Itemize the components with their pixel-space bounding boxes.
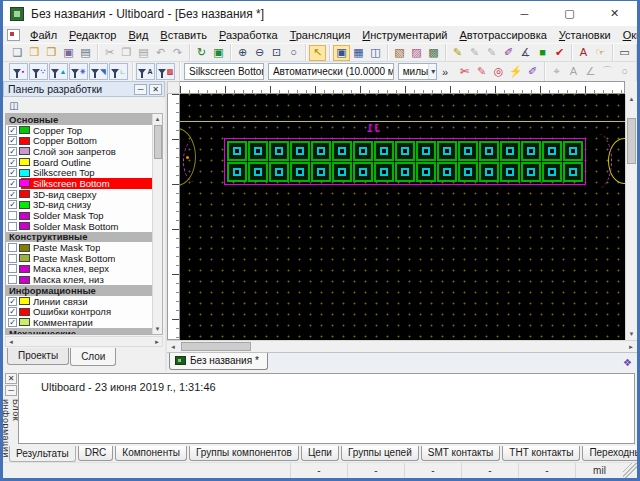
panel-minimize-button[interactable]: ─ xyxy=(134,84,147,95)
layer-row[interactable]: ✓Board Outline xyxy=(6,157,152,168)
layer-row[interactable]: ✓3D-вид снизу xyxy=(6,200,152,211)
menu-item-4[interactable]: Разработка xyxy=(213,28,284,42)
scroll-left-icon[interactable]: ◄ xyxy=(6,339,16,345)
layer-row[interactable]: ✓Ошибки контроля xyxy=(6,306,152,317)
layer-visibility-checkbox[interactable]: ✓ xyxy=(8,297,17,306)
redraw-icon[interactable]: ↻ xyxy=(193,45,210,61)
layer-visibility-checkbox[interactable]: ✓ xyxy=(8,307,17,316)
filter-parts-icon[interactable]: ▲ xyxy=(49,63,68,80)
layer-list-scrollbar[interactable]: ▲ ▼ xyxy=(152,114,162,334)
layer-row[interactable]: ✓Silkscreen Top xyxy=(6,167,152,178)
find-net-icon[interactable]: ◎ xyxy=(490,64,507,80)
highlight-net-icon[interactable]: ✎ xyxy=(473,64,490,80)
filter-layers-icon[interactable]: ▨ xyxy=(156,63,175,80)
layer-row[interactable]: ✓Solder Mask Top xyxy=(6,210,152,221)
scrollbar-thumb[interactable] xyxy=(627,118,636,164)
scrollbar-track[interactable] xyxy=(179,341,625,352)
results-tab-2[interactable]: Компоненты xyxy=(115,446,187,461)
layer-row[interactable]: ✓Silkscreen Bottom xyxy=(6,178,152,189)
layer-row[interactable]: ✓Solder Mask Bottom xyxy=(6,221,152,232)
layer-visibility-checkbox[interactable]: ✓ xyxy=(8,222,17,231)
menu-item-9[interactable]: Окно xyxy=(617,28,640,42)
toolbar-overflow-chevron[interactable]: » xyxy=(437,66,453,78)
layer-visibility-checkbox[interactable]: ✓ xyxy=(8,264,17,273)
layer-list-hscrollbar[interactable]: ◄ ► xyxy=(5,336,163,347)
results-tab-6[interactable]: SMT контакты xyxy=(421,446,501,461)
dimension-icon[interactable]: ∡ xyxy=(517,45,534,61)
filter-traces-icon[interactable]: ◥ xyxy=(89,63,108,80)
layer-visibility-checkbox[interactable]: ✓ xyxy=(8,275,17,284)
scrollbar-thumb[interactable] xyxy=(154,125,162,159)
layer-row[interactable]: ✓Линии связи xyxy=(6,296,152,307)
place-via-icon[interactable]: ✐ xyxy=(500,45,517,61)
select-icon[interactable]: ↖ xyxy=(309,45,326,61)
edit-copper-icon[interactable]: ✐ xyxy=(524,64,541,80)
scroll-left-icon[interactable]: ◄ xyxy=(167,344,179,350)
layer-visibility-checkbox[interactable]: ✓ xyxy=(8,168,17,177)
document-tab[interactable]: Без названия * xyxy=(169,353,268,370)
menu-item-3[interactable]: Вставить xyxy=(154,28,213,42)
follow-me-icon[interactable]: ☞ xyxy=(592,45,609,61)
scroll-down-icon[interactable]: ▼ xyxy=(626,329,637,340)
print-icon[interactable]: ▤ xyxy=(77,45,94,61)
grid-step-select[interactable]: Автоматически (10.0000 милы) ▾ xyxy=(268,63,394,80)
new-icon[interactable]: ❑ xyxy=(9,45,26,61)
disconnect-net-icon[interactable]: ✄ xyxy=(456,64,473,80)
open-project-icon[interactable]: ❒ xyxy=(43,45,60,61)
info-close-button[interactable]: ✕ xyxy=(5,373,17,384)
filter-text-icon[interactable]: A xyxy=(136,63,155,80)
layer-row[interactable]: ✓Copper Top xyxy=(6,125,152,136)
results-tab-8[interactable]: Переходные отверстия xyxy=(582,446,637,461)
screen-view-icon[interactable]: ▣ xyxy=(333,45,350,61)
canvas-vscrollbar[interactable]: ▲ ▼ xyxy=(625,94,637,340)
scroll-right-icon[interactable]: ► xyxy=(625,344,637,350)
zoom-in-icon[interactable]: ⊕ xyxy=(234,45,251,61)
text-icon[interactable]: A xyxy=(575,45,592,61)
layer-visibility-checkbox[interactable]: ✓ xyxy=(8,211,17,220)
zoom-out-icon[interactable]: ⊖ xyxy=(251,45,268,61)
results-tab-4[interactable]: Цепи xyxy=(301,446,339,461)
part-wizard-icon[interactable]: ▨ xyxy=(408,45,425,61)
layer-visibility-checkbox[interactable]: ✓ xyxy=(8,254,17,263)
pcb-canvas[interactable]: J1 xyxy=(180,94,625,340)
menu-item-0[interactable]: Файл xyxy=(24,28,63,42)
scroll-up-icon[interactable]: ▲ xyxy=(153,114,162,124)
canvas-hscrollbar[interactable]: ◄ ► xyxy=(167,340,637,352)
results-tab-3[interactable]: Группы компонентов xyxy=(189,446,299,461)
menu-item-5[interactable]: Трансляция xyxy=(284,28,357,42)
results-tab-5[interactable]: Группы цепей xyxy=(341,446,419,461)
layer-row[interactable]: ✓Слой зон запретов xyxy=(6,146,152,157)
fast-route-icon[interactable]: ⚡ xyxy=(507,64,524,80)
units-select[interactable]: милы ▾ xyxy=(398,63,437,80)
scrollbar-thumb[interactable] xyxy=(181,342,251,351)
layer-visibility-checkbox[interactable]: ✓ xyxy=(8,136,17,145)
layer-settings-icon[interactable]: ◫ xyxy=(6,98,22,112)
results-tab-1[interactable]: DRC xyxy=(78,446,114,461)
layer-row[interactable]: ✓Комментарии xyxy=(6,317,152,328)
layer-visibility-checkbox[interactable]: ✓ xyxy=(8,126,17,135)
close-button[interactable]: ✕ xyxy=(592,1,637,26)
layer-row[interactable]: ✓Маска клея, верх xyxy=(6,264,152,275)
panel-tab-1[interactable]: Слои xyxy=(70,348,116,366)
fullscreen-icon[interactable]: ▣ xyxy=(210,45,227,61)
save-icon[interactable]: ▣ xyxy=(60,45,77,61)
spreadsheet-view-icon[interactable]: ▦ xyxy=(350,45,367,61)
layer-row[interactable]: ✓Copper Bottom xyxy=(6,135,152,146)
layer-row[interactable]: ✓3D-вид сверху xyxy=(6,189,152,200)
add-part-icon[interactable]: ▩ xyxy=(425,45,442,61)
draw-line-icon[interactable]: ✎ xyxy=(449,45,466,61)
resize-grip[interactable] xyxy=(623,463,637,478)
layer-row[interactable]: ✓Paste Mask Bottom xyxy=(6,253,152,264)
results-tab-0[interactable]: Результаты xyxy=(9,446,76,462)
layer-visibility-checkbox[interactable]: ✓ xyxy=(8,179,17,188)
filter-nets-icon[interactable]: ✳ xyxy=(69,63,88,80)
zoom-window-icon[interactable]: ⊡ xyxy=(268,45,285,61)
layer-visibility-checkbox[interactable]: ✓ xyxy=(8,147,17,156)
menu-item-2[interactable]: Вид xyxy=(122,28,154,42)
filter-copper-icon[interactable]: ∟ xyxy=(109,63,128,80)
menu-item-1[interactable]: Редактор xyxy=(63,28,122,42)
layer-visibility-checkbox[interactable]: ✓ xyxy=(8,200,17,209)
filter-pads-icon[interactable]: ▪ xyxy=(9,63,28,80)
filter-vias-icon[interactable]: ∵ xyxy=(29,63,48,80)
minimize-button[interactable]: ─ xyxy=(502,1,547,26)
